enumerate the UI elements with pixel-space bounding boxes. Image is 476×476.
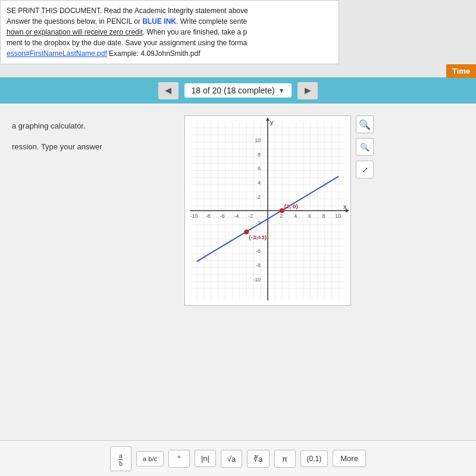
absolute-value-button[interactable]: |n| — [195, 450, 216, 467]
prev-button[interactable]: ◄ — [158, 82, 178, 99]
svg-text:(-3, -3): (-3, -3) — [249, 234, 267, 240]
zoom-out-button[interactable]: 🔍 — [356, 138, 374, 156]
svg-text:(2, 0): (2, 0) — [284, 203, 298, 209]
svg-text:-6: -6 — [256, 248, 261, 254]
sqrt-button[interactable]: √a — [221, 450, 242, 468]
fraction-button[interactable]: a b — [110, 446, 131, 471]
left-panel: a graphing calculator. ression. Type you… — [6, 115, 178, 157]
instruction-line3: hown or explanation will receive zero cr… — [7, 27, 333, 37]
svg-text:-6: -6 — [220, 213, 225, 219]
nav-position: 18 of 20 (18 complete) — [192, 86, 275, 95]
svg-text:-8: -8 — [256, 262, 261, 268]
svg-text:-2: -2 — [248, 213, 253, 219]
nav-dropdown-arrow[interactable]: ▼ — [278, 87, 285, 94]
nav-bar: ◄ 18 of 20 (18 complete) ▼ ► — [0, 77, 476, 104]
svg-point-73 — [244, 230, 249, 234]
bottom-toolbar: a b a b/c ° |n| √a ∛a π (0,1) More — [0, 440, 476, 476]
svg-text:-10: -10 — [190, 213, 198, 219]
calc-text: a graphing calculator. — [12, 121, 173, 130]
svg-point-71 — [280, 208, 284, 213]
svg-text:8: 8 — [322, 213, 325, 219]
more-button[interactable]: More — [333, 450, 366, 467]
zoom-in-button[interactable]: 🔍 — [356, 115, 374, 133]
graph-icons: 🔍 🔍 ⤢ — [356, 115, 374, 178]
svg-text:-10: -10 — [253, 277, 261, 283]
next-button[interactable]: ► — [298, 82, 318, 99]
y-axis-label: y — [270, 118, 274, 126]
svg-text:2: 2 — [258, 194, 261, 200]
svg-text:10: 10 — [335, 213, 341, 219]
instruction-line1: SE PRINT THIS DOCUMENT. Read the Academi… — [7, 5, 333, 16]
mixed-number-button[interactable]: a b/c — [136, 451, 164, 466]
ordered-pair-button[interactable]: (0,1) — [300, 450, 328, 467]
instruction-line5: esson#FirstNameLastName.pdf Example: 4.0… — [7, 48, 333, 59]
svg-text:2: 2 — [280, 213, 283, 219]
graph-wrapper: x y -10 -8 -6 -4 -2 2 4 6 8 10 10 8 — [184, 115, 351, 306]
pi-button[interactable]: π — [274, 450, 296, 468]
svg-text:6: 6 — [258, 165, 261, 171]
graph-svg: x y -10 -8 -6 -4 -2 2 4 6 8 10 10 8 — [185, 116, 350, 305]
svg-text:8: 8 — [258, 152, 261, 158]
svg-text:4: 4 — [258, 180, 261, 186]
instruction-line4: ment to the dropbox by the due date. Sav… — [7, 37, 333, 48]
main-content: a graphing calculator. ression. Type you… — [0, 104, 476, 440]
degree-button[interactable]: ° — [168, 450, 190, 468]
svg-text:-4: -4 — [234, 213, 239, 219]
answer-prompt: ression. Type your answer — [12, 142, 173, 151]
cbrt-button[interactable]: ∛a — [247, 450, 269, 468]
x-axis-label: x — [343, 203, 347, 210]
instruction-banner: SE PRINT THIS DOCUMENT. Read the Academi… — [0, 0, 339, 64]
expand-button[interactable]: ⤢ — [356, 161, 374, 178]
instruction-line2: Answer the questions below, in PENCIL or… — [7, 16, 333, 27]
svg-text:-8: -8 — [206, 213, 211, 219]
nav-label: 18 of 20 (18 complete) ▼ — [184, 83, 292, 98]
svg-text:6: 6 — [308, 213, 311, 219]
svg-text:4: 4 — [294, 213, 297, 219]
graph-container: x y -10 -8 -6 -4 -2 2 4 6 8 10 10 8 — [184, 115, 351, 306]
svg-text:10: 10 — [255, 137, 261, 143]
timer-label: Time — [446, 64, 476, 78]
